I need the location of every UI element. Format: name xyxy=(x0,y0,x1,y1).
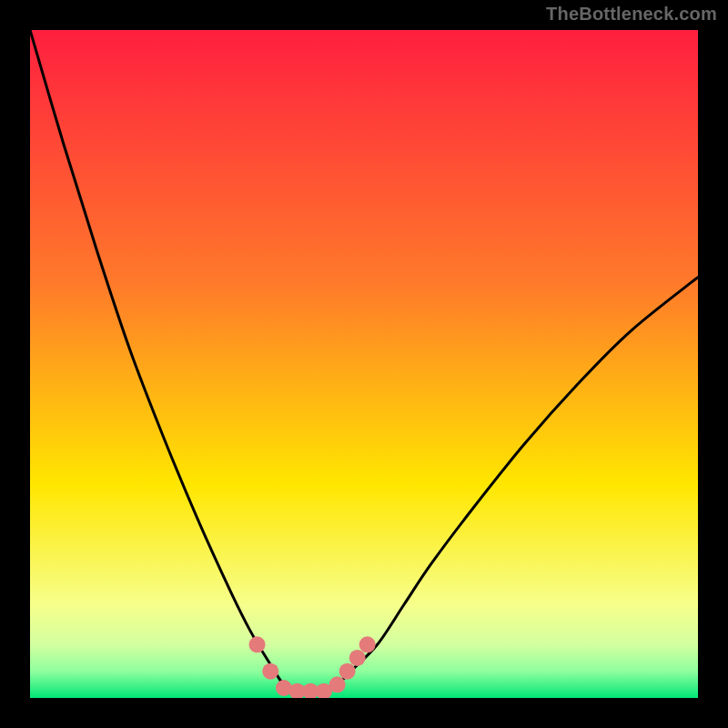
marker-right-shoulder-2 xyxy=(349,650,366,666)
watermark-label: TheBottleneck.com xyxy=(546,4,717,25)
chart-svg xyxy=(30,30,698,698)
marker-trough-right xyxy=(329,676,346,693)
marker-left-shoulder-top xyxy=(249,636,266,652)
marker-right-shoulder-1 xyxy=(339,663,356,680)
marker-left-shoulder-bottom xyxy=(262,663,278,680)
plot-area xyxy=(30,30,698,698)
marker-right-shoulder-3 xyxy=(359,636,376,652)
chart-frame: TheBottleneck.com xyxy=(0,0,728,728)
